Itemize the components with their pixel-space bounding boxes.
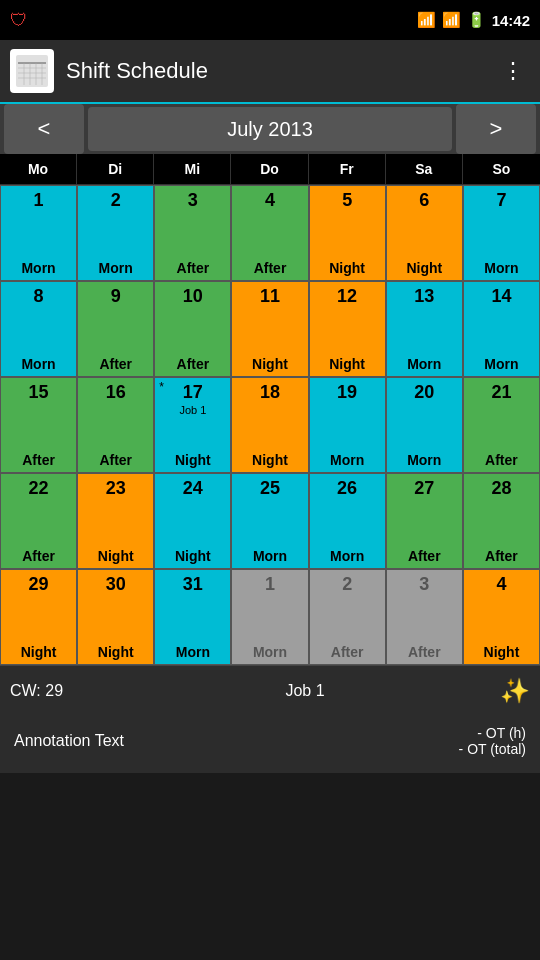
cal-cell-10[interactable]: 11Night (231, 281, 308, 377)
shift-label: After (177, 356, 210, 372)
signal-icon: 📶 (442, 11, 461, 29)
cal-cell-3[interactable]: 4After (231, 185, 308, 281)
ot-row-2: - OT (total) (459, 741, 526, 757)
cal-cell-28[interactable]: 29Night (0, 569, 77, 665)
cal-cell-20[interactable]: 21After (463, 377, 540, 473)
cal-cell-1[interactable]: 2Morn (77, 185, 154, 281)
cal-cell-0[interactable]: 1Morn (0, 185, 77, 281)
cal-cell-11[interactable]: 12Night (309, 281, 386, 377)
cal-cell-22[interactable]: 23Night (77, 473, 154, 569)
shift-label: Morn (330, 452, 364, 468)
shift-label: Night (175, 452, 211, 468)
shift-label: After (99, 452, 132, 468)
day-number: 6 (419, 190, 429, 212)
day-number: 24 (183, 478, 203, 500)
day-number: 18 (260, 382, 280, 404)
prev-month-button[interactable]: < (4, 104, 84, 154)
cal-cell-25[interactable]: 26Morn (309, 473, 386, 569)
cal-cell-8[interactable]: 9After (77, 281, 154, 377)
shift-label: Morn (99, 260, 133, 276)
shift-label: Night (252, 356, 288, 372)
cal-cell-26[interactable]: 27After (386, 473, 463, 569)
magic-icon[interactable]: ✨ (500, 677, 530, 705)
cal-cell-29[interactable]: 30Night (77, 569, 154, 665)
shift-label: After (408, 548, 441, 564)
cal-cell-16[interactable]: *17Job 1Night (154, 377, 231, 473)
day-number: 22 (29, 478, 49, 500)
cal-cell-21[interactable]: 22After (0, 473, 77, 569)
day-number: 26 (337, 478, 357, 500)
ot-h-label: - OT (h) (477, 725, 526, 741)
cal-cell-9[interactable]: 10After (154, 281, 231, 377)
next-month-button[interactable]: > (456, 104, 536, 154)
day-number: 20 (414, 382, 434, 404)
cal-cell-2[interactable]: 3After (154, 185, 231, 281)
cal-cell-12[interactable]: 13Morn (386, 281, 463, 377)
cal-cell-19[interactable]: 20Morn (386, 377, 463, 473)
shift-label: Morn (21, 356, 55, 372)
annotation-text-label: Annotation Text (14, 732, 459, 750)
cal-cell-30[interactable]: 31Morn (154, 569, 231, 665)
cal-cell-4[interactable]: 5Night (309, 185, 386, 281)
shift-label: Morn (253, 548, 287, 564)
cal-cell-34[interactable]: 4Night (463, 569, 540, 665)
status-bar: 🛡 📶 📶 🔋 14:42 (0, 0, 540, 40)
day-number: 28 (491, 478, 511, 500)
day-number: 14 (491, 286, 511, 308)
cal-cell-17[interactable]: 18Night (231, 377, 308, 473)
cell-annotation: Job 1 (179, 404, 206, 416)
time-display: 14:42 (492, 12, 530, 29)
cal-cell-5[interactable]: 6Night (386, 185, 463, 281)
shift-label: Night (329, 260, 365, 276)
day-number: 11 (260, 286, 280, 308)
day-number: 3 (188, 190, 198, 212)
annotation-row: Annotation Text - OT (h) - OT (total) (14, 725, 526, 757)
day-number: 27 (414, 478, 434, 500)
cal-cell-24[interactable]: 25Morn (231, 473, 308, 569)
nav-bar: < July 2013 > (0, 104, 540, 154)
day-number: 16 (106, 382, 126, 404)
day-header-mo: Mo (0, 154, 77, 184)
cal-cell-15[interactable]: 16After (77, 377, 154, 473)
day-number: 31 (183, 574, 203, 596)
day-header-do: Do (231, 154, 308, 184)
wifi-icon: 📶 (417, 11, 436, 29)
cal-cell-33[interactable]: 3After (386, 569, 463, 665)
status-left: 🛡 (10, 10, 28, 31)
day-number: 1 (34, 190, 44, 212)
shift-label: After (254, 260, 287, 276)
shift-label: After (22, 452, 55, 468)
day-number: 29 (29, 574, 49, 596)
cal-cell-14[interactable]: 15After (0, 377, 77, 473)
day-number: 19 (337, 382, 357, 404)
cal-cell-31[interactable]: 1Morn (231, 569, 308, 665)
app-status-icon: 🛡 (10, 10, 28, 31)
job-label: Job 1 (110, 682, 500, 700)
cal-cell-32[interactable]: 2After (309, 569, 386, 665)
shift-label: Night (406, 260, 442, 276)
shift-label: Night (98, 644, 134, 660)
day-number: 21 (491, 382, 511, 404)
shift-label: Morn (330, 548, 364, 564)
cal-cell-18[interactable]: 19Morn (309, 377, 386, 473)
cal-cell-13[interactable]: 14Morn (463, 281, 540, 377)
cw-label: CW: 29 (10, 682, 110, 700)
cal-cell-7[interactable]: 8Morn (0, 281, 77, 377)
ot-row-1: - OT (h) (477, 725, 526, 741)
cal-cell-27[interactable]: 28After (463, 473, 540, 569)
day-number: 23 (106, 478, 126, 500)
cal-cell-23[interactable]: 24Night (154, 473, 231, 569)
day-number: 2 (342, 574, 352, 596)
shift-label: Night (21, 644, 57, 660)
shift-label: Morn (176, 644, 210, 660)
shift-label: After (408, 644, 441, 660)
shift-label: Morn (484, 260, 518, 276)
menu-icon[interactable]: ⋮ (496, 52, 530, 90)
ot-total-label: - OT (total) (459, 741, 526, 757)
day-headers: MoDiMiDoFrSaSo (0, 154, 540, 185)
cal-cell-6[interactable]: 7Morn (463, 185, 540, 281)
shift-label: Night (252, 452, 288, 468)
shift-label: After (99, 356, 132, 372)
shift-label: Night (175, 548, 211, 564)
day-number: 8 (34, 286, 44, 308)
